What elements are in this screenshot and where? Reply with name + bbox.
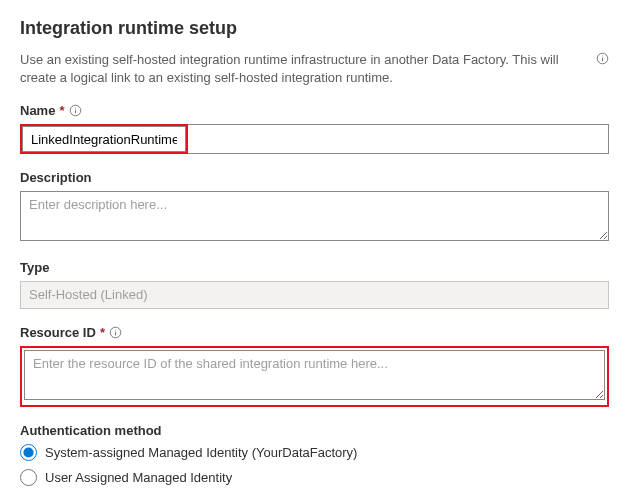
auth-radio-user-label: User Assigned Managed Identity	[45, 470, 232, 485]
type-label: Type	[20, 260, 49, 275]
required-asterisk: *	[59, 103, 64, 118]
auth-radio-system[interactable]	[20, 444, 37, 461]
name-highlight	[20, 124, 188, 154]
info-icon[interactable]	[595, 51, 609, 65]
resource-id-input[interactable]	[24, 350, 605, 400]
svg-point-1	[602, 55, 603, 56]
auth-radio-user[interactable]	[20, 469, 37, 486]
intro-text: Use an existing self-hosted integration …	[20, 51, 587, 87]
name-label: Name	[20, 103, 55, 118]
description-input[interactable]	[20, 191, 609, 241]
auth-option-system[interactable]: System-assigned Managed Identity (YourDa…	[20, 444, 609, 461]
description-label: Description	[20, 170, 92, 185]
name-input[interactable]	[22, 126, 186, 152]
name-input-extension[interactable]	[188, 124, 609, 154]
info-icon[interactable]	[109, 326, 123, 340]
svg-point-4	[75, 108, 76, 109]
type-value: Self-Hosted (Linked)	[20, 281, 609, 309]
info-icon[interactable]	[68, 104, 82, 118]
auth-label: Authentication method	[20, 423, 162, 438]
resource-id-label: Resource ID	[20, 325, 96, 340]
resource-id-highlight	[20, 346, 609, 407]
page-title: Integration runtime setup	[20, 18, 609, 39]
required-asterisk: *	[100, 325, 105, 340]
svg-point-7	[115, 330, 116, 331]
auth-radio-system-label: System-assigned Managed Identity (YourDa…	[45, 445, 357, 460]
auth-option-user[interactable]: User Assigned Managed Identity	[20, 469, 609, 486]
